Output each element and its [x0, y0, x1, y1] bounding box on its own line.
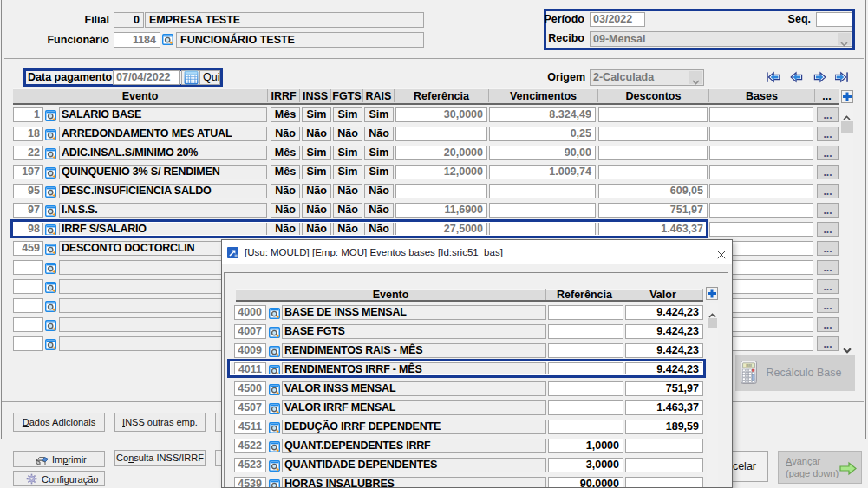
svg-text:8888: 8888	[746, 364, 752, 368]
